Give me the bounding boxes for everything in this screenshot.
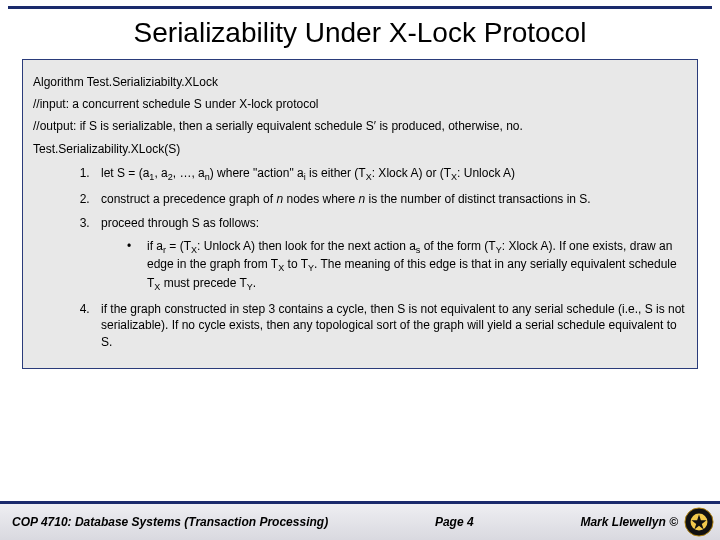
step-3: proceed through S as follows: if ar = (T… — [93, 215, 687, 293]
step-2-text: nodes where — [283, 192, 358, 206]
algorithm-call: Test.Serializability.XLock(S) — [33, 141, 687, 157]
step-1-text: : Xlock A) or (T — [372, 166, 451, 180]
footer-course: COP 4710: Database Systems (Transaction … — [0, 515, 328, 529]
step-1-text: ) where "action" a — [210, 166, 304, 180]
step-2: construct a precedence graph of n nodes … — [93, 191, 687, 207]
footer-page: Page 4 — [328, 515, 580, 529]
sub-text: must precede T — [160, 276, 246, 290]
page-title: Serializability Under X-Lock Protocol — [0, 17, 720, 49]
sub-text: . — [253, 276, 256, 290]
step-2-text: is the number of distinct transactions i… — [365, 192, 590, 206]
sub-text: of the form (T — [420, 239, 495, 253]
step-3-sublist: if ar = (TX: Unlock A) then look for the… — [121, 238, 687, 294]
sub-text: to T — [284, 257, 308, 271]
sub-text: : Unlock A) then look for the next actio… — [197, 239, 416, 253]
algorithm-steps: let S = (a1, a2, …, an) where "action" a… — [93, 165, 687, 350]
step-1-text: is either (T — [306, 166, 366, 180]
sub-text: = (T — [166, 239, 191, 253]
algorithm-input: //input: a concurrent schedule S under X… — [33, 96, 687, 112]
step-1-text: let S = (a — [101, 166, 149, 180]
step-3-text: proceed through S as follows: — [101, 216, 259, 230]
step-4: if the graph constructed in step 3 conta… — [93, 301, 687, 350]
output-prefix: //output: if S is serializable, then a s… — [33, 119, 374, 133]
algorithm-output: //output: if S is serializable, then a s… — [33, 118, 687, 134]
algorithm-name: Algorithm Test.Serializiabilty.XLock — [33, 74, 687, 90]
ucf-logo-icon — [684, 507, 714, 537]
step-3-subitem: if ar = (TX: Unlock A) then look for the… — [121, 238, 687, 294]
step-1-text: , …, a — [173, 166, 205, 180]
step-1-text: , a — [154, 166, 167, 180]
step-1: let S = (a1, a2, …, an) where "action" a… — [93, 165, 687, 184]
footer-author: Mark Llewellyn © — [580, 515, 684, 529]
sub-text: if a — [147, 239, 163, 253]
step-1-text: : Unlock A) — [457, 166, 515, 180]
output-suffix: is produced, otherwise, no. — [376, 119, 523, 133]
footer: COP 4710: Database Systems (Transaction … — [0, 501, 720, 540]
algorithm-box: Algorithm Test.Serializiabilty.XLock //i… — [22, 59, 698, 369]
top-rule — [8, 6, 712, 9]
step-2-text: construct a precedence graph of — [101, 192, 276, 206]
